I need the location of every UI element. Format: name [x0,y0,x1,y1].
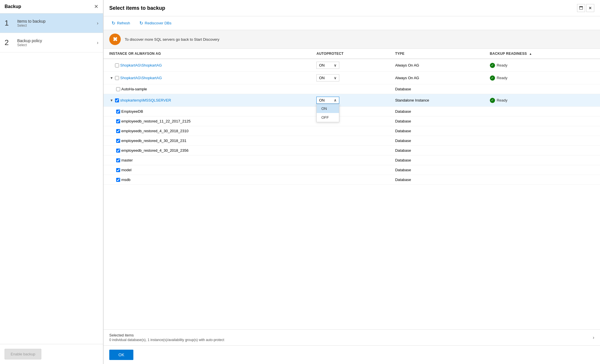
type-cell: Database [392,146,486,155]
right-panel: Select items to backup 🗖 ✕ ↻ Refresh ↻ R… [103,0,600,364]
row-checkbox[interactable] [116,110,120,114]
instance-cell: EmployeeDB [104,107,313,116]
row-checkbox[interactable] [116,178,120,182]
col-type[interactable]: TYPE [392,49,486,59]
row-checkbox[interactable] [116,149,120,153]
footer-arrow-icon: › [593,335,594,340]
selected-items-title: Selected items [109,333,224,337]
refresh-icon: ↻ [112,20,115,26]
step-2-label: Backup policy [17,38,97,43]
autoprotect-dropdown-wrapper: ON∧ [316,97,339,104]
step-2-number: 2 [5,38,15,47]
autoprotect-dropdown-trigger[interactable]: ON∨ [316,74,339,81]
col-instance[interactable]: INSTANCE OR ALWAYSON AG [104,49,313,59]
table-row: employeedb_restored_4_30_2018_2310Databa… [104,126,600,136]
type-cell: Database [392,175,486,185]
minimize-button[interactable]: 🗖 [577,4,585,12]
row-checkbox[interactable] [115,63,119,67]
instance-cell: ▼shopkartemp\MSSQLSERVER [104,94,313,107]
autoprotect-dropdown-menu[interactable]: ON OFF [316,104,339,122]
step-1-content: Items to backup Select [17,19,97,28]
type-cell: Database [392,136,486,146]
step-2-item[interactable]: 2 Backup policy Select › [0,33,103,52]
readiness-cell [486,136,600,146]
instance-name[interactable]: ShopkartAG\ShopkartAG [120,76,162,80]
autoprotect-cell [313,165,391,175]
table-row: ▼shopkartemp\MSSQLSERVERON∧Standalone In… [104,94,600,107]
autoprotect-dropdown-trigger[interactable]: ON∨ [316,62,339,69]
dropdown-option-on[interactable]: ON [317,104,339,113]
ok-button[interactable]: OK [109,350,133,360]
dropdown-option-off[interactable]: OFF [317,113,339,122]
instance-name[interactable]: shopkartemp\MSSQLSERVER [120,98,171,102]
dropdown-chevron-icon: ∧ [334,98,337,102]
type-cell: Database [392,107,486,116]
selected-items-text: 0 individual database(s), 1 instance(s)/… [109,338,224,342]
readiness-cell [486,155,600,165]
database-name: employeedb_restored_4_30_2018_2310 [121,129,188,133]
type-cell: Always On AG [392,72,486,84]
database-name: employeedb_restored_11_22_2017_2125 [121,119,190,123]
database-name: msdb [121,178,130,182]
right-panel-close-button[interactable]: ✕ [586,4,594,12]
enable-backup-button: Enable backup [5,349,41,359]
row-checkbox[interactable] [115,76,119,80]
col-readiness[interactable]: BACKUP READINESS ▲ [486,49,600,59]
instance-cell: employeedb_restored_4_30_2018_2356 [104,146,313,155]
info-icon: ✖ [109,34,121,45]
autoprotect-value: ON [319,76,325,80]
autoprotect-value: ON [319,63,325,67]
left-panel-title: Backup [5,4,21,9]
autoprotect-dropdown-wrapper: ON∨ [316,74,339,81]
table-row: modelDatabase [104,165,600,175]
type-cell: Database [392,126,486,136]
action-bar: OK [104,345,600,364]
autoprotect-dropdown-wrapper: ON∨ [316,62,339,69]
type-cell: Database [392,155,486,165]
table-header-row: INSTANCE OR ALWAYSON AG AUTOPROTECT TYPE… [104,49,600,59]
row-checkbox[interactable] [116,168,120,172]
autoprotect-cell [313,136,391,146]
autoprotect-cell: ON∨ [313,59,391,72]
database-name: EmployeeDB [121,109,143,114]
row-checkbox[interactable] [115,98,119,102]
table-row: ▼ShopkartAG\ShopkartAGON∨Always On AG✓Re… [104,72,600,84]
step-1-item[interactable]: 1 Items to backup Select › [0,13,103,33]
autoprotect-cell [313,146,391,155]
autoprotect-cell [313,84,391,94]
expand-button[interactable]: ▼ [109,76,114,80]
database-name: employeedb_restored_4_30_2018_2356 [121,148,188,153]
instance-cell: ShopkartAG\ShopkartAG [104,59,313,72]
ready-badge: ✓Ready [490,75,597,81]
right-header: Select items to backup 🗖 ✕ [104,0,600,16]
instance-cell: AutoHa-sample [104,84,313,94]
database-name: model [121,168,131,172]
type-cell: Database [392,116,486,126]
instance-cell: employeedb_restored_11_22_2017_2125 [104,116,313,126]
row-checkbox[interactable] [116,158,120,162]
readiness-cell [486,126,600,136]
right-panel-title: Select items to backup [109,5,165,11]
table-row: employeedb_restored_4_30_2018_231Databas… [104,136,600,146]
rediscover-button[interactable]: ↻ Rediscover DBs [137,19,174,27]
autoprotect-cell: ON∨ [313,72,391,84]
col-autoprotect[interactable]: AUTOPROTECT [313,49,391,59]
instance-name[interactable]: ShopkartAG\ShopkartAG [120,63,162,67]
row-checkbox[interactable] [116,119,120,123]
row-checkbox[interactable] [116,129,120,133]
left-panel-close-button[interactable]: ✕ [94,4,98,9]
autoprotect-dropdown-trigger[interactable]: ON∧ [316,97,339,104]
table-row: employeedb_restored_4_30_2018_2356Databa… [104,146,600,155]
step-1-label: Items to backup [17,19,97,24]
row-checkbox[interactable] [116,139,120,143]
autoprotect-cell [313,155,391,165]
row-checkbox[interactable] [116,87,120,91]
info-banner: ✖ To discover more SQL servers go back t… [104,30,600,49]
selected-footer[interactable]: Selected items 0 individual database(s),… [104,329,600,345]
table-row: employeedb_restored_11_22_2017_2125Datab… [104,116,600,126]
refresh-button[interactable]: ↻ Refresh [109,19,133,27]
expand-button[interactable]: ▼ [109,98,114,102]
database-name: employeedb_restored_4_30_2018_231 [121,139,186,143]
type-cell: Database [392,165,486,175]
readiness-cell: ✓Ready [486,59,600,72]
